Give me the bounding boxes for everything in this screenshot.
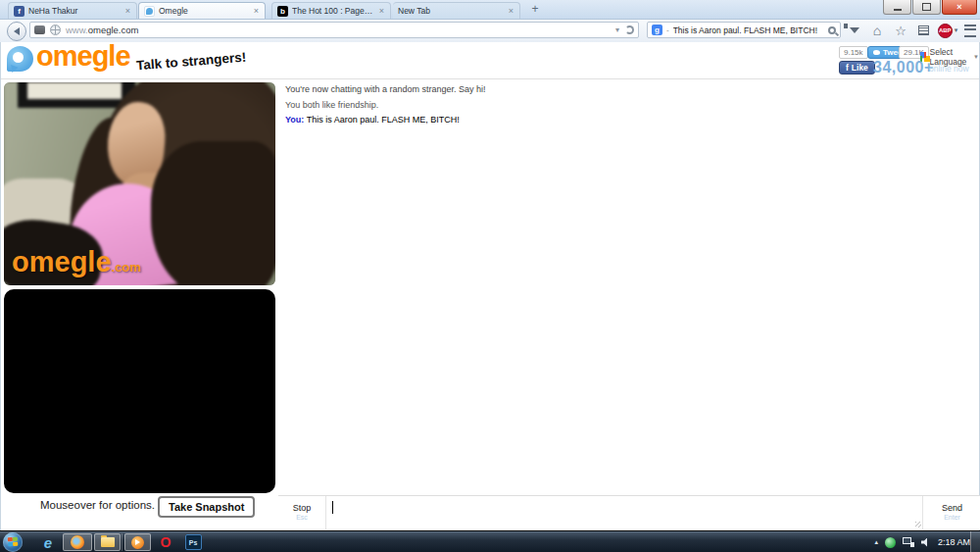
close-button[interactable]: × xyxy=(942,0,977,15)
search-icon[interactable] xyxy=(828,26,836,34)
tray-app-icon[interactable] xyxy=(885,537,896,548)
adblock-caret-icon: ▾ xyxy=(955,26,958,34)
send-key-hint: Enter xyxy=(923,514,980,521)
adblock-icon: ABP xyxy=(938,24,953,38)
url-domain: omegle.com xyxy=(88,25,139,35)
new-tab-button[interactable]: + xyxy=(527,3,543,17)
text-caret xyxy=(332,501,333,514)
omegle-logo-text[interactable]: omegle xyxy=(36,40,130,73)
photoshop-icon: Ps xyxy=(185,534,202,550)
search-separator: - xyxy=(666,25,669,34)
tray-expand-icon[interactable]: ▴ xyxy=(874,538,878,546)
star-icon: ☆ xyxy=(895,24,906,38)
restore-button[interactable] xyxy=(912,0,941,15)
volume-icon[interactable] xyxy=(921,538,931,547)
tab-title: New Tab xyxy=(398,6,504,16)
resize-grip[interactable] xyxy=(915,522,921,527)
opera-icon: O xyxy=(161,534,172,550)
omegle-icon xyxy=(144,6,155,17)
status-message: You're now chatting with a random strang… xyxy=(285,83,961,95)
tab-facebook[interactable]: f NeHa Thakur × xyxy=(8,2,137,19)
tab-omegle[interactable]: Omegle × xyxy=(138,2,266,19)
back-icon xyxy=(10,27,20,35)
message-input[interactable] xyxy=(326,496,922,529)
you-label: You: xyxy=(285,115,304,125)
url-bar[interactable]: www.omegle.com ▾ xyxy=(29,22,639,38)
site-identity-globe-icon[interactable] xyxy=(50,25,61,35)
browser-window: f NeHa Thakur × Omegle × b The Hot 100 :… xyxy=(0,0,980,552)
watermark-tld: .com xyxy=(112,260,141,275)
clock[interactable]: 2:18 AM xyxy=(938,537,970,547)
windows-taskbar: e O Ps ▴ 2:18 AM xyxy=(0,530,980,552)
send-button[interactable]: Send Enter xyxy=(922,496,980,529)
urlbar-dropdown-icon[interactable]: ▾ xyxy=(615,25,619,34)
windows-flag-icon xyxy=(8,537,19,547)
url-www: www. xyxy=(66,25,88,35)
status-message: You both like friendship. xyxy=(285,99,961,111)
taskbar-ie-button[interactable]: e xyxy=(37,533,59,551)
system-tray: ▴ 2:18 AM xyxy=(874,531,970,552)
menu-button[interactable] xyxy=(962,22,978,39)
bookmarks-list-icon xyxy=(918,25,929,35)
restore-icon xyxy=(922,3,931,11)
mouseover-hint: Mouseover for options. xyxy=(40,499,155,511)
tab-title: The Hot 100 : Page 1 | Billb... xyxy=(292,6,374,16)
navigation-toolbar: www.omegle.com ▾ g - This is Aaron paul.… xyxy=(0,20,980,43)
taskbar-photoshop-button[interactable]: Ps xyxy=(182,533,204,551)
plusone-count[interactable]: 9.15k xyxy=(839,46,868,59)
omegle-logo-icon xyxy=(7,46,33,72)
show-desktop-button[interactable] xyxy=(970,531,980,552)
taskbar-explorer-button[interactable] xyxy=(94,533,121,551)
chat-input-row: Stop Esc Send Enter xyxy=(278,495,980,529)
chat-message: You: This is Aaron paul. FLASH ME, BITCH… xyxy=(285,114,961,125)
adblock-button[interactable]: ABP ▾ xyxy=(935,22,960,39)
tab-billboard[interactable]: b The Hot 100 : Page 1 | Billb... × xyxy=(271,2,391,19)
billboard-icon: b xyxy=(277,6,288,17)
taskbar-mediaplayer-button[interactable] xyxy=(124,533,151,551)
download-icon xyxy=(850,27,859,38)
self-video[interactable] xyxy=(4,289,275,493)
tab-close-icon[interactable]: × xyxy=(253,6,260,16)
take-snapshot-button[interactable]: Take Snapshot xyxy=(158,496,255,518)
taskbar-separator xyxy=(122,533,122,551)
reload-icon[interactable] xyxy=(625,25,634,34)
network-icon[interactable] xyxy=(903,537,914,547)
back-button[interactable] xyxy=(7,22,26,41)
header-divider xyxy=(1,78,979,79)
search-input[interactable]: This is Aaron paul. FLASH ME, BITCH! xyxy=(673,25,824,35)
facebook-icon: f xyxy=(14,6,24,17)
facebook-like-button[interactable]: f Like xyxy=(839,61,875,75)
tab-close-icon[interactable]: × xyxy=(378,6,385,16)
download-button[interactable] xyxy=(846,22,863,39)
close-icon: × xyxy=(956,2,961,12)
like-label: Like xyxy=(852,63,868,73)
page-proxy-icon xyxy=(34,25,45,34)
tab-close-icon[interactable]: × xyxy=(508,6,514,16)
minimize-button[interactable] xyxy=(883,0,911,15)
stop-key-hint: Esc xyxy=(278,514,325,521)
omegle-page: omegle Talk to strangers! 9.15k Tweet 29… xyxy=(0,42,980,530)
start-button[interactable] xyxy=(3,532,23,552)
tab-title: Omegle xyxy=(159,6,249,16)
media-player-icon xyxy=(131,536,144,549)
urlbar-controls: ▾ xyxy=(615,25,634,34)
home-button[interactable]: ⌂ xyxy=(868,22,886,39)
google-icon[interactable]: g xyxy=(652,25,662,35)
bookmarks-list-button[interactable] xyxy=(914,22,932,39)
taskbar-firefox-button[interactable] xyxy=(63,533,92,551)
tab-title: NeHa Thakur xyxy=(28,6,121,16)
taskbar-opera-button[interactable]: O xyxy=(155,533,176,551)
folder-icon xyxy=(101,537,115,547)
url-text[interactable]: www.omegle.com xyxy=(66,25,611,35)
tab-new-tab[interactable]: New Tab × xyxy=(393,2,520,19)
send-label: Send xyxy=(923,503,980,513)
facebook-f-icon: f xyxy=(846,63,849,73)
twitter-bird-icon xyxy=(873,50,880,55)
stop-button[interactable]: Stop Esc xyxy=(278,496,326,529)
ie-icon: e xyxy=(44,534,52,551)
window-controls: × xyxy=(883,0,977,15)
bookmark-star-button[interactable]: ☆ xyxy=(892,22,909,39)
omegle-tagline: Talk to strangers! xyxy=(136,50,247,74)
tab-close-icon[interactable]: × xyxy=(124,6,131,16)
search-bar[interactable]: g - This is Aaron paul. FLASH ME, BITCH! xyxy=(647,22,841,38)
